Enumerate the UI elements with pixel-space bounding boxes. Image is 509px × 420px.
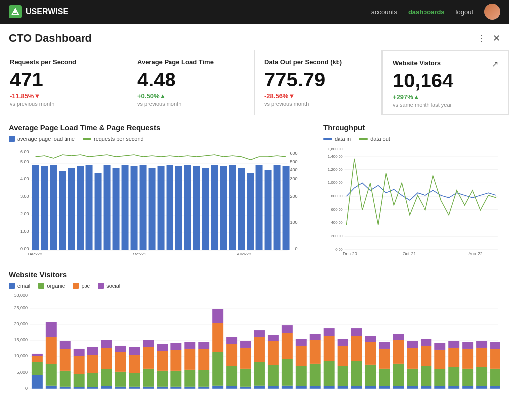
kpi-value: 4.48 (137, 69, 244, 90)
svg-rect-130 (170, 343, 181, 350)
svg-rect-182 (351, 328, 362, 336)
svg-text:1,400.00: 1,400.00 (328, 154, 343, 159)
svg-rect-87 (32, 375, 43, 389)
svg-text:400: 400 (290, 168, 298, 172)
svg-rect-115 (129, 387, 140, 389)
legend-label: ppc (81, 283, 90, 289)
svg-text:300: 300 (290, 176, 298, 181)
svg-rect-137 (198, 349, 209, 370)
svg-rect-138 (198, 342, 209, 349)
nav-dashboards[interactable]: dashboards (408, 8, 445, 16)
legend-data-out: data out (359, 136, 390, 142)
svg-rect-34 (140, 165, 147, 250)
svg-rect-187 (379, 386, 390, 389)
svg-rect-96 (60, 371, 71, 387)
avatar[interactable] (484, 4, 500, 20)
svg-rect-174 (324, 328, 335, 336)
svg-rect-90 (32, 354, 43, 356)
kpi-subtext: vs previous month (264, 101, 371, 107)
svg-rect-148 (240, 369, 251, 387)
svg-text:Dec-20: Dec-20 (28, 252, 42, 255)
svg-rect-131 (184, 387, 195, 389)
svg-rect-168 (310, 364, 321, 386)
svg-rect-209 (448, 348, 459, 367)
svg-rect-91 (46, 386, 57, 389)
svg-rect-144 (226, 366, 237, 386)
svg-rect-221 (490, 349, 500, 369)
legend-color (9, 283, 15, 289)
svg-rect-217 (476, 348, 487, 367)
svg-text:10,000: 10,000 (14, 353, 27, 358)
svg-rect-197 (407, 348, 418, 369)
svg-rect-125 (157, 351, 168, 371)
chart-legend: average page load time requests per seco… (9, 136, 305, 142)
svg-rect-47 (256, 165, 263, 250)
charts-row: Average Page Load Time & Page Requests a… (0, 115, 509, 262)
logo-icon (9, 5, 22, 18)
svg-text:600.00: 600.00 (331, 207, 343, 212)
svg-text:1,600.00: 1,600.00 (328, 147, 343, 151)
svg-text:15,000: 15,000 (14, 337, 27, 342)
svg-rect-185 (365, 342, 376, 365)
chart2-svg: 0.00 200.00 400.00 600.00 800.00 1,000.0… (323, 146, 500, 255)
more-icon[interactable]: ⋮ (477, 33, 486, 44)
close-icon[interactable]: ✕ (493, 33, 500, 44)
svg-rect-114 (115, 346, 126, 352)
svg-rect-104 (87, 373, 98, 387)
kpi-label: Data Out per Second (kb) (264, 58, 371, 66)
legend-color (38, 283, 44, 289)
svg-rect-167 (310, 386, 321, 389)
svg-rect-49 (274, 165, 281, 250)
svg-rect-201 (421, 346, 431, 366)
svg-text:Aug-22: Aug-22 (468, 252, 483, 255)
svg-rect-186 (365, 336, 376, 342)
svg-text:600: 600 (290, 151, 298, 156)
svg-rect-214 (462, 342, 473, 349)
nav-logout[interactable]: logout (456, 8, 473, 16)
svg-rect-192 (393, 364, 404, 386)
chart1-svg: 0.00 1.00 2.00 3.00 4.00 5.00 6.00 0 100… (9, 146, 305, 255)
kpi-change: +297%▲ (393, 93, 498, 101)
svg-rect-24 (50, 165, 57, 250)
svg-rect-112 (115, 372, 126, 387)
svg-rect-129 (170, 350, 181, 371)
chart-legend: email organic ppc social (9, 283, 500, 289)
legend-label: requests per second (94, 136, 144, 142)
legend-label: email (17, 283, 30, 289)
external-link-icon[interactable]: ↗ (492, 59, 498, 69)
kpi-value: 10,164 (393, 70, 498, 91)
svg-rect-113 (115, 352, 126, 372)
chart-title: Website Visitors (9, 270, 500, 279)
svg-rect-88 (32, 362, 43, 375)
svg-rect-150 (240, 341, 251, 348)
svg-rect-200 (421, 366, 431, 386)
svg-text:4.00: 4.00 (20, 176, 29, 181)
legend-avg-load: average page load time (9, 136, 75, 142)
svg-rect-28 (86, 165, 93, 250)
svg-rect-89 (32, 356, 43, 362)
svg-text:3.00: 3.00 (20, 194, 29, 199)
navbar-links: accounts dashboards logout (371, 4, 500, 20)
svg-text:Aug-22: Aug-22 (237, 252, 251, 255)
svg-rect-43 (220, 166, 227, 250)
svg-rect-30 (104, 165, 111, 250)
legend-organic: organic (38, 283, 65, 289)
svg-rect-106 (87, 347, 98, 355)
svg-rect-26 (68, 168, 75, 250)
kpi-label: Average Page Load Time (137, 58, 244, 66)
chart-title: Average Page Load Time & Page Requests (9, 123, 305, 132)
svg-text:Aug-22: Aug-22 (364, 389, 378, 390)
svg-rect-107 (101, 386, 112, 389)
svg-rect-176 (338, 366, 348, 386)
nav-accounts[interactable]: accounts (371, 8, 397, 16)
svg-rect-161 (282, 333, 293, 359)
svg-rect-169 (310, 340, 321, 364)
svg-rect-157 (268, 341, 279, 365)
page-header: CTO Dashboard ⋮ ✕ (0, 24, 509, 50)
svg-rect-173 (324, 336, 335, 361)
svg-rect-98 (60, 341, 71, 349)
svg-rect-194 (393, 334, 404, 340)
legend-color (323, 138, 332, 140)
svg-rect-177 (338, 346, 348, 366)
svg-rect-166 (296, 339, 307, 346)
